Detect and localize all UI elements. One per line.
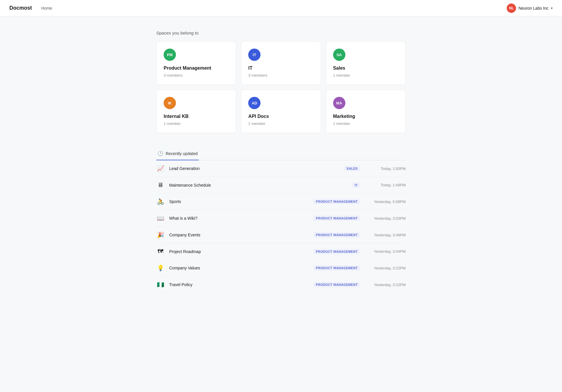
doc-title: Company Events [169, 233, 309, 237]
space-members-ad: 1 member [248, 121, 313, 126]
doc-time: Yesterday, 3:34PM [365, 249, 406, 254]
doc-emoji: 💡 [156, 264, 165, 271]
space-name-pm: Product Management [164, 66, 229, 71]
space-members-ik: 1 member [164, 121, 229, 126]
doc-time: Yesterday, 3:22PM [365, 266, 406, 270]
space-members-pm: 3 members [164, 73, 229, 78]
space-name-ma: Marketing [333, 114, 398, 119]
space-icon-ik: IK [164, 97, 176, 109]
space-card-sa[interactable]: SA Sales 1 member [326, 41, 406, 85]
space-icon-ad: AD [248, 97, 261, 109]
doc-row[interactable]: 🇳🇬 Travel Policy PRODUCT MANAGEMENT Yest… [156, 276, 406, 293]
doc-emoji: 📖 [156, 215, 165, 222]
space-name-it: IT [248, 66, 313, 71]
doc-time: Yesterday, 5:08PM [365, 200, 406, 204]
doc-title: Lead Generation [169, 166, 340, 171]
space-card-ma[interactable]: MA Marketing 1 member [326, 90, 406, 133]
space-card-it[interactable]: IT IT 3 members [241, 41, 321, 85]
doc-row[interactable]: 🖥 Maintenance Schedule IT Today, 1:49PM [156, 177, 406, 193]
org-avatar: NL [507, 4, 516, 13]
space-name-ik: Internal KB [164, 114, 229, 119]
doc-time: Today, 1:50PM [365, 166, 406, 171]
doc-time: Yesterday, 3:22PM [365, 283, 406, 287]
space-card-ad[interactable]: AD API Docs 1 member [241, 90, 321, 133]
doc-row[interactable]: 🚴 Sports PRODUCT MANAGEMENT Yesterday, 5… [156, 193, 406, 210]
doc-emoji: 📈 [156, 165, 165, 172]
space-members-ma: 1 member [333, 121, 398, 126]
doc-emoji: 🖥 [156, 182, 165, 188]
logo: Docmost [9, 5, 32, 11]
doc-space-badge: PRODUCT MANAGEMENT [313, 199, 360, 204]
doc-space-badge: PRODUCT MANAGEMENT [313, 282, 360, 287]
tab-recently-updated[interactable]: 🕐 Recently updated [156, 147, 199, 160]
doc-row[interactable]: 🗺 Project Roadmap PRODUCT MANAGEMENT Yes… [156, 243, 406, 260]
doc-row[interactable]: 📖 What is a Wiki? PRODUCT MANAGEMENT Yes… [156, 210, 406, 227]
doc-emoji: 🚴 [156, 198, 165, 205]
space-name-sa: Sales [333, 66, 398, 71]
org-selector[interactable]: NL Neuron Labs Inc ▾ [507, 4, 553, 13]
header: Docmost Home NL Neuron Labs Inc ▾ [0, 0, 562, 16]
main-content: Spaces you belong to PM Product Manageme… [149, 16, 413, 307]
doc-space-badge: PRODUCT MANAGEMENT [313, 249, 360, 254]
space-icon-ma: MA [333, 97, 345, 109]
doc-title: Travel Policy [169, 282, 309, 287]
space-members-sa: 1 member [333, 73, 398, 78]
doc-row[interactable]: 📈 Lead Generation SALES Today, 1:50PM [156, 160, 406, 177]
space-icon-sa: SA [333, 49, 345, 61]
doc-row[interactable]: 💡 Company Values PRODUCT MANAGEMENT Yest… [156, 260, 406, 276]
doc-space-badge: PRODUCT MANAGEMENT [313, 232, 360, 238]
doc-row[interactable]: 🎉 Company Events PRODUCT MANAGEMENT Yest… [156, 227, 406, 243]
doc-time: Yesterday, 3:49PM [365, 233, 406, 237]
header-left: Docmost Home [9, 5, 52, 11]
document-list: 📈 Lead Generation SALES Today, 1:50PM 🖥 … [156, 160, 406, 293]
doc-space-badge: PRODUCT MANAGEMENT [313, 216, 360, 221]
doc-time: Yesterday, 3:53PM [365, 216, 406, 221]
chevron-down-icon: ▾ [551, 6, 553, 10]
org-name: Neuron Labs Inc [518, 6, 549, 11]
clock-icon: 🕐 [157, 151, 163, 156]
space-icon-pm: PM [164, 49, 176, 61]
space-name-ad: API Docs [248, 114, 313, 119]
doc-emoji: 🇳🇬 [156, 281, 165, 288]
spaces-section: Spaces you belong to PM Product Manageme… [156, 30, 406, 133]
tab-bar: 🕐 Recently updated [156, 147, 406, 160]
spaces-section-title: Spaces you belong to [156, 30, 406, 35]
nav-home[interactable]: Home [41, 6, 52, 11]
doc-title: Maintenance Schedule [169, 183, 348, 188]
space-card-pm[interactable]: PM Product Management 3 members [156, 41, 236, 85]
space-icon-it: IT [248, 49, 261, 61]
doc-emoji: 🎉 [156, 231, 165, 238]
doc-emoji: 🗺 [156, 248, 165, 255]
doc-space-badge: PRODUCT MANAGEMENT [313, 265, 360, 271]
doc-title: Company Values [169, 266, 309, 270]
doc-time: Today, 1:49PM [365, 183, 406, 187]
doc-title: Project Roadmap [169, 249, 309, 254]
doc-title: Sports [169, 199, 309, 204]
space-members-it: 3 members [248, 73, 313, 78]
doc-space-badge: SALES [344, 166, 360, 171]
doc-title: What is a Wiki? [169, 216, 309, 221]
doc-space-badge: IT [352, 183, 360, 188]
tab-recently-updated-label: Recently updated [166, 151, 198, 156]
spaces-grid: PM Product Management 3 members IT IT 3 … [156, 41, 406, 133]
space-card-ik[interactable]: IK Internal KB 1 member [156, 90, 236, 133]
